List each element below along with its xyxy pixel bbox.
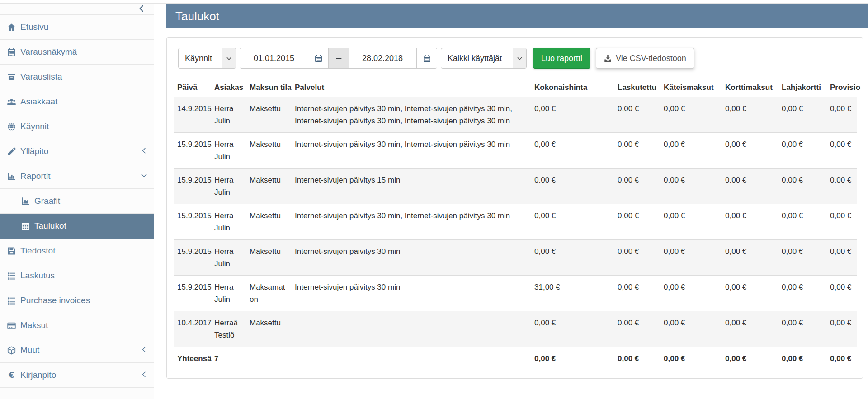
- table-cell: Maksettu: [246, 204, 291, 240]
- table-cell: 0,00 €: [531, 97, 614, 133]
- column-header-lahjakortti: Lahjakortti: [778, 79, 826, 97]
- page-title: Taulukot: [175, 9, 219, 23]
- column-header-maksun-tila: Maksun tila: [246, 79, 291, 97]
- date-to-calendar-button[interactable]: [416, 48, 437, 68]
- area-chart-icon: [20, 197, 31, 206]
- main-content: Taulukot Käynnit: [154, 4, 868, 399]
- table-cell: 0,00 €: [778, 276, 826, 311]
- footer-cell: 0,00 €: [722, 347, 778, 371]
- report-type-value: Käynnit: [179, 48, 222, 68]
- sidebar-item-laskutus[interactable]: Laskutus: [0, 263, 154, 288]
- table-cell: Maksamaton: [246, 276, 291, 311]
- list-icon: [6, 296, 17, 305]
- date-separator: [328, 48, 349, 68]
- svg-text:€: €: [8, 371, 14, 380]
- table-cell: 0,00 €: [660, 311, 722, 347]
- report-table: PäiväAsiakasMaksun tilaPalvelutKokonaish…: [174, 79, 857, 370]
- sidebar-item-etusivu[interactable]: Etusivu: [0, 15, 154, 40]
- table-cell: 0,00 €: [826, 169, 857, 204]
- table-cell: 31,00 €: [531, 276, 614, 311]
- cube-icon: [6, 346, 17, 355]
- table-cell: 0,00 €: [660, 204, 722, 240]
- table-cell: Internet-sivujen päivitys 30 min: [291, 240, 531, 276]
- sidebar-item-purchase-invoices[interactable]: Purchase invoices: [0, 288, 154, 313]
- table-total-row: Yhteensä70,00 €0,00 €0,00 €0,00 €0,00 €0…: [174, 347, 857, 371]
- table-cell: 0,00 €: [531, 169, 614, 204]
- table-cell: 0,00 €: [531, 311, 614, 347]
- minus-icon: [335, 55, 343, 62]
- table-cell: 0,00 €: [614, 133, 660, 169]
- table-cell: Maksettu: [246, 97, 291, 133]
- calendar-icon: [423, 55, 431, 62]
- date-to-input[interactable]: [349, 48, 416, 68]
- table-cell: 0,00 €: [722, 97, 778, 133]
- column-header-asiakas: Asiakas: [211, 79, 246, 97]
- sidebar-item-raportit[interactable]: Raportit: [0, 164, 154, 189]
- table-cell: Maksettu: [246, 133, 291, 169]
- sidebar-item-k-ynnit[interactable]: Käynnit: [0, 114, 154, 139]
- sidebar-item-graafit[interactable]: Graafit: [0, 189, 154, 214]
- sidebar-item-asiakkaat[interactable]: Asiakkaat: [0, 89, 154, 114]
- table-cell: Internet-sivujen päivitys 30 min, Intern…: [291, 204, 531, 240]
- table-row: 14.9.2015Herra JulinMaksettuInternet-siv…: [174, 97, 857, 133]
- table-cell: 0,00 €: [722, 276, 778, 311]
- sidebar: EtusivuVarausnäkymäVarauslistaAsiakkaatK…: [0, 4, 154, 399]
- table-row: 10.4.2017Herraä TestiöMaksettu0,00 €0,00…: [174, 311, 857, 347]
- table-row: 15.9.2015Herra JulinMaksettuInternet-siv…: [174, 169, 857, 204]
- sidebar-item-muut[interactable]: Muut: [0, 338, 154, 363]
- column-header-provisio: Provisio: [826, 79, 857, 97]
- export-csv-label: Vie CSV-tiedostoon: [616, 54, 686, 63]
- table-header-row: PäiväAsiakasMaksun tilaPalvelutKokonaish…: [174, 79, 857, 97]
- create-report-button[interactable]: Luo raportti: [533, 48, 590, 69]
- table-cell: 0,00 €: [660, 169, 722, 204]
- chevron-left-icon: [141, 146, 147, 156]
- table-cell: 0,00 €: [778, 204, 826, 240]
- sidebar-item-varausn-kym[interactable]: Varausnäkymä: [0, 40, 154, 65]
- sidebar-item-maksut[interactable]: Maksut: [0, 313, 154, 338]
- date-from-input[interactable]: [240, 48, 308, 68]
- table-cell: 0,00 €: [614, 240, 660, 276]
- table-cell: 0,00 €: [722, 169, 778, 204]
- column-header-laskutettu: Laskutettu: [614, 79, 660, 97]
- archive-icon: [6, 73, 17, 81]
- user-filter-value: Kaikki käyttäjät: [441, 48, 513, 68]
- table-cell: 15.9.2015: [174, 133, 211, 169]
- table-cell: Herra Julin: [211, 169, 246, 204]
- user-filter-select[interactable]: Kaikki käyttäjät: [441, 48, 527, 69]
- column-header-kokonaishinta: Kokonaishinta: [531, 79, 614, 97]
- table-cell: 0,00 €: [614, 204, 660, 240]
- table-cell: 0,00 €: [778, 133, 826, 169]
- column-header-p-iv-: Päivä: [174, 79, 211, 97]
- export-csv-button[interactable]: Vie CSV-tiedostoon: [596, 48, 694, 69]
- sidebar-item-label: Ylläpito: [20, 146, 48, 156]
- table-cell: 0,00 €: [778, 169, 826, 204]
- sidebar-item-taulukot[interactable]: Taulukot: [0, 214, 154, 239]
- table-cell: 0,00 €: [826, 240, 857, 276]
- report-type-select[interactable]: Käynnit: [178, 48, 236, 69]
- sidebar-item-label: Graafit: [34, 196, 60, 206]
- date-from-calendar-button[interactable]: [308, 48, 328, 68]
- sidebar-item-tiedostot[interactable]: Tiedostot: [0, 239, 154, 263]
- sidebar-collapse-row: [0, 4, 154, 14]
- sidebar-item-label: Varauslista: [20, 72, 62, 82]
- footer-cell: 0,00 €: [531, 347, 614, 371]
- sidebar-item-varauslista[interactable]: Varauslista: [0, 65, 154, 89]
- footer-cell: [291, 347, 531, 371]
- table-cell: 0,00 €: [778, 240, 826, 276]
- chevron-down-icon: [222, 48, 236, 68]
- sidebar-item-kirjanpito[interactable]: €Kirjanpito: [0, 363, 154, 388]
- footer-cell: [246, 347, 291, 371]
- table-cell: 0,00 €: [531, 204, 614, 240]
- table-cell: 0,00 €: [614, 97, 660, 133]
- table-cell: Herra Julin: [211, 133, 246, 169]
- table-cell: Internet-sivujen päivitys 30 min: [291, 276, 531, 311]
- table-cell: 0,00 €: [826, 276, 857, 311]
- list-icon: [6, 272, 17, 280]
- table-cell: Internet-sivujen päivitys 30 min, Intern…: [291, 133, 531, 169]
- users-icon: [6, 98, 17, 106]
- sidebar-item-label: Purchase invoices: [20, 296, 90, 305]
- table-cell: 0,00 €: [722, 240, 778, 276]
- sidebar-collapse-button[interactable]: [137, 5, 146, 14]
- sidebar-item-yll-pito[interactable]: Ylläpito: [0, 139, 154, 164]
- sidebar-nav: EtusivuVarausnäkymäVarauslistaAsiakkaatK…: [0, 14, 154, 388]
